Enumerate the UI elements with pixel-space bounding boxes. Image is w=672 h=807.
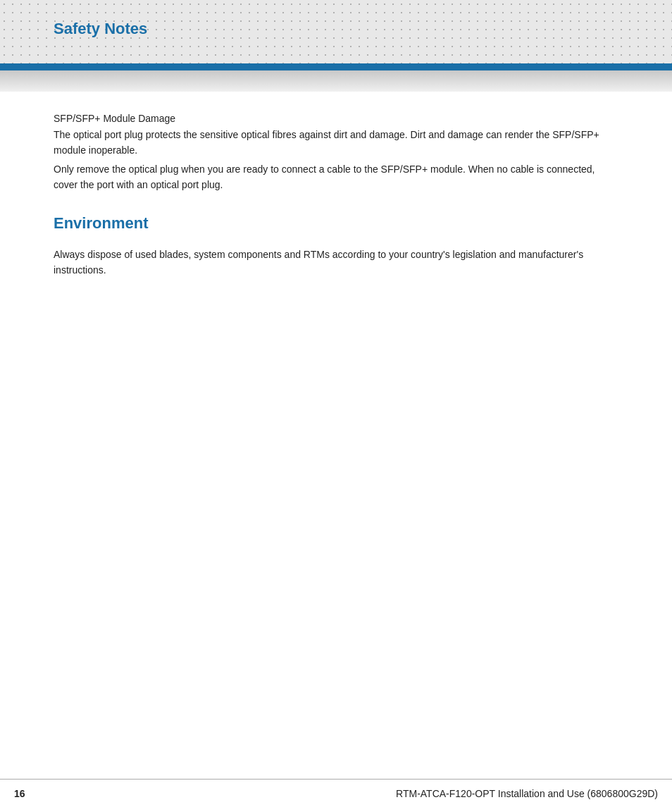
sfp-section-title: SFP/SFP+ Module Damage <box>54 113 618 124</box>
footer-document-title: RTM-ATCA-F120-OPT Installation and Use (… <box>396 788 658 799</box>
blue-divider-bar <box>0 63 672 70</box>
sfp-paragraph-1: The optical port plug protects the sensi… <box>54 127 618 159</box>
sfp-paragraph-2: Only remove the optical plug when you ar… <box>54 161 618 193</box>
sfp-section: SFP/SFP+ Module Damage The optical port … <box>54 113 618 193</box>
environment-body: Always dispose of used blades, system co… <box>54 247 618 278</box>
page-title: Safety Notes <box>54 20 147 38</box>
environment-heading: Environment <box>54 214 618 233</box>
footer-page-number: 16 <box>14 788 25 799</box>
main-content: SFP/SFP+ Module Damage The optical port … <box>0 92 672 306</box>
page-header: Safety Notes <box>0 0 672 63</box>
page-footer: 16 RTM-ATCA-F120-OPT Installation and Us… <box>0 779 672 807</box>
grey-gradient-bar <box>0 70 672 92</box>
environment-section: Environment Always dispose of used blade… <box>54 214 618 278</box>
